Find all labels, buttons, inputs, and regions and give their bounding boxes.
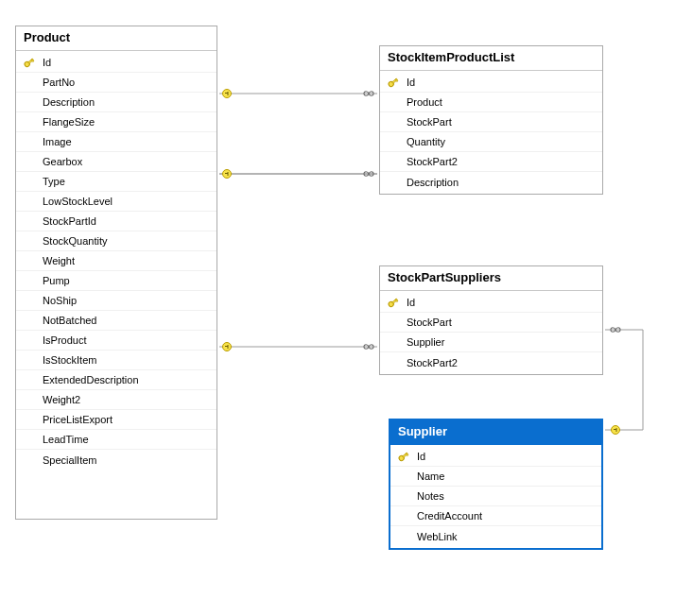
column-row[interactable]: Weight2 xyxy=(16,390,217,410)
column-row[interactable]: Id xyxy=(16,53,217,73)
entity-title: StockPartSuppliers xyxy=(380,266,602,291)
column-row[interactable]: StockPart2 xyxy=(380,352,602,372)
key-slot-empty xyxy=(386,114,401,129)
entity-title: Product xyxy=(16,26,217,51)
column-row[interactable]: Id xyxy=(380,293,602,313)
key-slot-empty xyxy=(22,174,37,189)
column-name: Notes xyxy=(417,490,444,502)
column-row[interactable]: ExtendedDescription xyxy=(16,370,217,390)
column-name: Product xyxy=(407,96,442,108)
column-row[interactable]: Description xyxy=(380,172,602,192)
entity-product[interactable]: Product IdPartNoDescriptionFlangeSizeIma… xyxy=(15,26,217,520)
key-slot-empty xyxy=(396,469,411,484)
key-slot-empty xyxy=(22,154,37,169)
column-name: Id xyxy=(407,297,415,308)
key-slot-empty xyxy=(22,412,37,427)
primary-key-icon xyxy=(386,75,401,90)
key-slot-empty xyxy=(386,315,401,330)
column-row[interactable]: Pump xyxy=(16,271,217,291)
key-slot-empty xyxy=(22,372,37,387)
primary-key-icon xyxy=(22,55,37,70)
column-name: Pump xyxy=(43,275,70,286)
column-name: IsStockItem xyxy=(43,354,96,366)
column-row[interactable]: LowStockLevel xyxy=(16,192,217,212)
column-name: Gearbox xyxy=(43,156,82,167)
key-slot-empty xyxy=(396,508,411,523)
column-row[interactable]: Name xyxy=(390,467,601,487)
key-slot-empty xyxy=(386,154,401,169)
column-name: Weight xyxy=(43,255,75,266)
column-name: Description xyxy=(43,96,95,108)
key-slot-empty xyxy=(22,432,37,447)
column-row[interactable]: CreditAccount xyxy=(390,506,601,526)
column-name: PriceListExport xyxy=(43,414,113,425)
key-slot-empty xyxy=(22,114,37,129)
column-row[interactable]: Description xyxy=(16,93,217,112)
column-row[interactable]: PriceListExport xyxy=(16,410,217,430)
column-name: StockQuantity xyxy=(43,235,107,247)
column-name: Id xyxy=(43,57,51,68)
column-row[interactable]: FlangeSize xyxy=(16,112,217,132)
key-slot-empty xyxy=(386,94,401,110)
column-row[interactable]: Image xyxy=(16,132,217,152)
entity-title: Supplier xyxy=(390,420,601,445)
column-row[interactable]: WebLink xyxy=(390,526,601,546)
key-slot-empty xyxy=(22,293,37,308)
column-row[interactable]: StockPart xyxy=(380,313,602,333)
column-name: Id xyxy=(407,77,415,88)
column-row[interactable]: NotBatched xyxy=(16,311,217,331)
key-slot-empty xyxy=(396,488,411,504)
column-row[interactable]: Notes xyxy=(390,487,601,506)
key-slot-empty xyxy=(22,75,37,90)
column-row[interactable]: StockPartId xyxy=(16,212,217,231)
column-name: StockPart xyxy=(407,317,452,328)
key-slot-empty xyxy=(386,334,401,350)
column-name: Supplier xyxy=(407,336,444,348)
column-row[interactable]: Id xyxy=(390,447,601,467)
column-name: Description xyxy=(407,177,459,188)
column-name: LowStockLevel xyxy=(43,196,113,207)
primary-key-icon xyxy=(396,449,411,464)
column-name: IsProduct xyxy=(43,334,86,346)
column-name: StockPart2 xyxy=(407,357,458,368)
column-name: Image xyxy=(43,136,72,147)
entity-stock-part-suppliers[interactable]: StockPartSuppliers IdStockPartSupplierSt… xyxy=(379,265,603,375)
column-row[interactable]: Weight xyxy=(16,251,217,271)
key-slot-empty xyxy=(22,313,37,328)
column-row[interactable]: StockPart2 xyxy=(380,152,602,172)
key-slot-empty xyxy=(22,233,37,248)
entity-supplier[interactable]: Supplier IdNameNotesCreditAccountWebLink xyxy=(389,419,603,550)
column-name: Id xyxy=(417,451,425,462)
key-slot-empty xyxy=(386,355,401,370)
column-row[interactable]: Type xyxy=(16,172,217,192)
column-name: NoShip xyxy=(43,295,77,306)
column-row[interactable]: Supplier xyxy=(380,333,602,352)
column-row[interactable]: PartNo xyxy=(16,73,217,93)
column-row[interactable]: Quantity xyxy=(380,132,602,152)
column-row[interactable]: LeadTime xyxy=(16,430,217,450)
column-name: CreditAccount xyxy=(417,510,482,522)
column-row[interactable]: StockQuantity xyxy=(16,231,217,251)
key-slot-empty xyxy=(22,253,37,268)
column-name: Weight2 xyxy=(43,394,80,405)
primary-key-icon xyxy=(386,295,401,310)
column-name: SpecialItem xyxy=(43,454,96,466)
entity-stock-item-product-list[interactable]: StockItemProductList IdProductStockPartQ… xyxy=(379,45,603,195)
entity-columns: IdPartNoDescriptionFlangeSizeImageGearbo… xyxy=(16,51,217,471)
column-row[interactable]: Id xyxy=(380,73,602,93)
column-row[interactable]: SpecialItem xyxy=(16,450,217,470)
column-row[interactable]: IsStockItem xyxy=(16,351,217,370)
column-row[interactable]: Product xyxy=(380,93,602,112)
column-row[interactable]: NoShip xyxy=(16,291,217,311)
key-slot-empty xyxy=(22,333,37,348)
entity-columns: IdProductStockPartQuantityStockPart2Desc… xyxy=(380,71,602,194)
column-name: StockPartId xyxy=(43,215,96,227)
column-name: PartNo xyxy=(43,77,75,88)
key-slot-empty xyxy=(22,134,37,149)
column-row[interactable]: StockPart xyxy=(380,112,602,132)
column-name: Name xyxy=(417,471,444,482)
column-row[interactable]: IsProduct xyxy=(16,331,217,351)
entity-title: StockItemProductList xyxy=(380,46,602,71)
key-slot-empty xyxy=(386,175,401,190)
column-row[interactable]: Gearbox xyxy=(16,152,217,172)
